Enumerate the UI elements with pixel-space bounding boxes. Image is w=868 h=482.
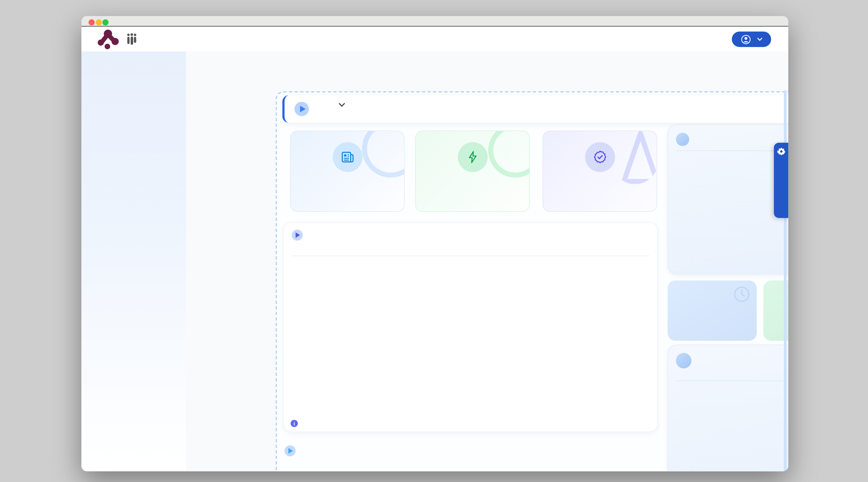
screen: i (0, 0, 868, 482)
maximize-window-button[interactable] (102, 19, 108, 26)
user-menu-button[interactable] (732, 32, 771, 47)
queue-select[interactable] (333, 103, 345, 107)
app-window: i (82, 16, 788, 472)
main-content: i (186, 51, 788, 471)
info-icon: i (290, 420, 298, 427)
avatar (676, 353, 691, 368)
window-titlebar (82, 16, 788, 27)
dashboard-container: i (276, 91, 788, 472)
chevron-down-icon (757, 38, 762, 41)
close-window-button[interactable] (89, 19, 95, 26)
badge-check-icon (593, 150, 607, 164)
completed-tokens-card[interactable] (542, 131, 657, 212)
avg-waiting-time-card (668, 281, 757, 341)
active-tokens-card[interactable] (415, 131, 530, 212)
decorative-circle (362, 131, 405, 178)
user-avatar-icon (741, 35, 750, 44)
completed-icon-circle (585, 142, 615, 172)
hospital-logo-icon (97, 29, 119, 50)
service-volume-bar-chart[interactable] (668, 384, 788, 472)
activity-header (284, 445, 301, 456)
pending-tokens-card[interactable] (290, 131, 405, 212)
decorative-triangle (610, 131, 657, 184)
avatar (676, 133, 689, 146)
clock-icon (733, 285, 751, 304)
tokens-by-status-pie-chart[interactable] (668, 154, 788, 254)
lightning-bolt-icon (466, 151, 479, 164)
minimize-window-button[interactable] (95, 19, 101, 26)
pending-icon-circle (333, 142, 363, 172)
app-header (82, 27, 788, 51)
section-play-icon (292, 229, 303, 240)
service-volume-card (668, 345, 788, 472)
sidebar-nav (82, 51, 186, 471)
section-play-icon (284, 445, 296, 456)
queue-toolbar (282, 95, 788, 123)
section-overview-footnote: i (290, 420, 305, 427)
chevron-down-icon (339, 103, 345, 107)
queue-play-button[interactable] (294, 102, 309, 116)
active-icon-circle (458, 142, 488, 172)
gear-icon (777, 147, 785, 156)
token-status-card (668, 125, 788, 275)
decorative-circle (488, 131, 530, 178)
newspaper-icon (340, 150, 355, 164)
qms-people-icon (127, 33, 137, 46)
staff-section-statistics-card: i (283, 222, 658, 432)
configurations-tab[interactable] (774, 143, 788, 218)
